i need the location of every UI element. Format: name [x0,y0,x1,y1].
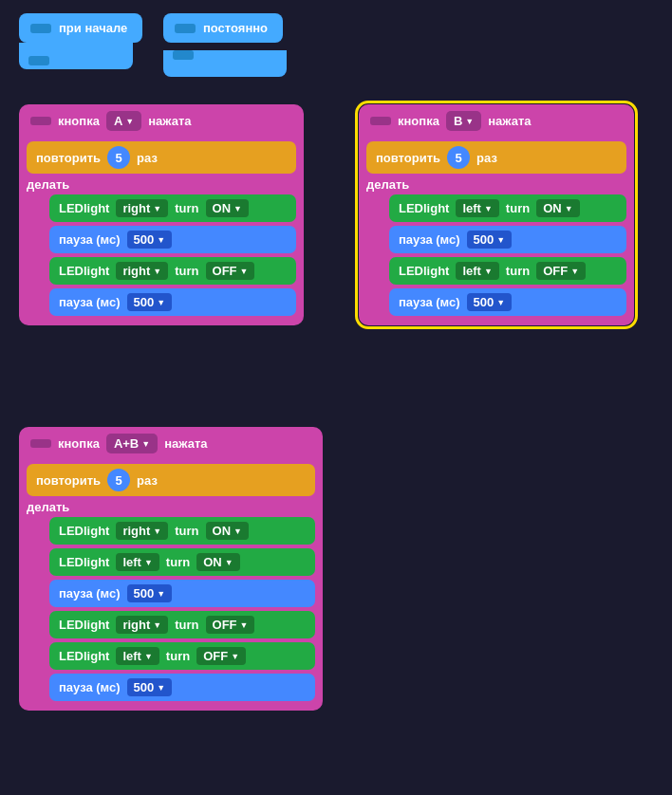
g3-a4-dir-dropdown[interactable]: left ▼ [116,647,159,665]
trigger-block-forever[interactable]: постоянно [163,13,287,77]
trigger-forever-label: постоянно [203,21,268,35]
g1-a2-state-dropdown[interactable]: OFF ▼ [206,262,255,280]
g3-event: кнопка [58,436,100,451]
g3-repeat[interactable]: повторить 5 раз [27,464,315,496]
g1-button-dropdown[interactable]: A ▼ [106,111,141,131]
g1-w1-val-dropdown[interactable]: 500 ▼ [127,231,173,249]
g2-wait-1[interactable]: пауза (мс) 500 ▼ [389,226,626,253]
g1-a1-dir-dropdown[interactable]: right ▼ [116,199,168,217]
g3-action-4[interactable]: LEDlight left ▼ turn OFF ▼ [49,642,315,670]
g2-w1-val-dropdown[interactable]: 500 ▼ [467,231,513,249]
g1-w2-val-dropdown[interactable]: 500 ▼ [127,293,173,311]
g1-wait-2[interactable]: пауза (мс) 500 ▼ [49,288,296,316]
g3-wait-2[interactable]: пауза (мс) 500 ▼ [49,674,315,701]
g2-event: кнопка [398,114,439,128]
g3-a4-state-dropdown[interactable]: OFF ▼ [196,647,246,665]
trigger-block-start[interactable]: при начале [19,13,142,69]
block-group-button-ab: кнопка A+B ▼ нажата повторить 5 раз дела… [19,427,323,711]
g2-action-2[interactable]: LEDlight left ▼ turn OFF ▼ [389,257,626,285]
g3-a2-dir-dropdown[interactable]: left ▼ [116,553,159,571]
trigger-start-label: при начале [59,21,127,35]
g3-repeat-count[interactable]: 5 [107,469,130,491]
g2-a2-state-dropdown[interactable]: OFF ▼ [536,262,586,280]
g3-button-dropdown[interactable]: A+B ▼ [106,434,158,453]
g2-wait-2[interactable]: пауза (мс) 500 ▼ [389,288,626,316]
g3-a1-state-dropdown[interactable]: ON ▼ [206,522,249,540]
g2-a1-state-dropdown[interactable]: ON ▼ [536,199,579,217]
block-group-button-a: кнопка A ▼ нажата повторить 5 раз делать [19,104,304,325]
g3-a1-dir-dropdown[interactable]: right ▼ [116,522,168,540]
g3-w2-val-dropdown[interactable]: 500 ▼ [127,678,173,696]
g3-w1-val-dropdown[interactable]: 500 ▼ [127,584,173,602]
g3-a3-state-dropdown[interactable]: OFF ▼ [206,616,255,634]
g3-action-1[interactable]: LEDlight right ▼ turn ON ▼ [49,517,315,545]
g2-repeat[interactable]: повторить 5 раз [366,141,626,174]
g2-button-dropdown[interactable]: B ▼ [446,111,481,131]
g1-action-2[interactable]: LEDlight right ▼ turn OFF ▼ [49,257,296,285]
g1-a2-dir-dropdown[interactable]: right ▼ [116,262,168,280]
block-group-button-b: кнопка B ▼ нажата повторить 5 раз делать [359,104,634,325]
g1-repeat-count[interactable]: 5 [107,146,130,169]
g2-a2-dir-dropdown[interactable]: left ▼ [456,262,498,280]
g3-a2-state-dropdown[interactable]: ON ▼ [196,553,239,571]
g2-repeat-count[interactable]: 5 [447,146,470,169]
g1-event: кнопка [58,114,100,128]
g3-action-2[interactable]: LEDlight left ▼ turn ON ▼ [49,548,315,576]
g3-a3-dir-dropdown[interactable]: right ▼ [116,616,168,634]
g1-action-1[interactable]: LEDlight right ▼ turn ON ▼ [49,194,296,222]
g1-a1-state-dropdown[interactable]: ON ▼ [206,199,249,217]
g1-wait-1[interactable]: пауза (мс) 500 ▼ [49,226,296,253]
workspace: при начале постоянно кнопка A ▼ нажа [0,0,672,795]
g2-w2-val-dropdown[interactable]: 500 ▼ [467,293,513,311]
g3-wait-1[interactable]: пауза (мс) 500 ▼ [49,580,315,607]
g2-action-1[interactable]: LEDlight left ▼ turn ON ▼ [389,194,626,222]
g3-action-3[interactable]: LEDlight right ▼ turn OFF ▼ [49,611,315,638]
g2-a1-dir-dropdown[interactable]: left ▼ [456,199,498,217]
g1-repeat[interactable]: повторить 5 раз [27,141,296,174]
